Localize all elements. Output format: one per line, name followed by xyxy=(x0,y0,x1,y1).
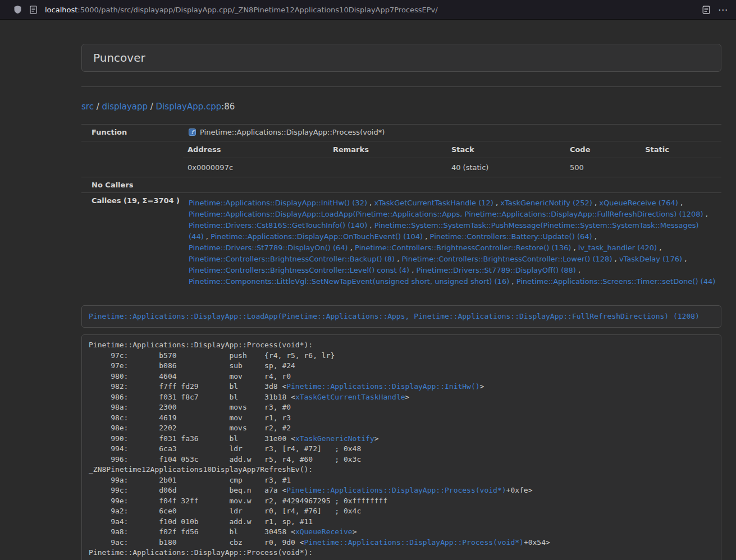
function-table: Function fPinetime::Applications::Displa… xyxy=(81,124,721,294)
stats-table: Address Remarks Stack Code Static 0x0000… xyxy=(183,141,721,177)
text-segment: 99e: f04f 32ff mov.w r2, #4294967295 ; 0… xyxy=(89,497,387,505)
text-segment: , xyxy=(423,232,429,241)
no-callers-row: No Callers xyxy=(81,177,721,193)
callee-link[interactable]: Pinetime::Drivers::St7789::DisplayOff() … xyxy=(417,266,576,274)
static-value xyxy=(641,158,721,177)
function-type-icon: f xyxy=(189,128,196,138)
url-path: :5000/path/src/displayapp/DisplayApp.cpp… xyxy=(77,6,437,14)
callee-link[interactable]: xTaskGenericNotify (252) xyxy=(500,199,592,207)
text-segment: 980: 4604 mov r4, r0 xyxy=(89,372,291,380)
column-header-code: Code xyxy=(565,141,641,158)
disassembly-pre: Pinetime::Applications::DisplayApp::Proc… xyxy=(89,340,714,560)
text-segment: , xyxy=(657,244,661,252)
text-segment: > xyxy=(374,434,379,443)
callee-link[interactable]: vTaskDelay (176) xyxy=(619,255,682,263)
code-symbol-link[interactable]: Pinetime::Applications::DisplayApp::Proc… xyxy=(286,486,506,494)
text-segment: , xyxy=(409,266,416,274)
stats-row-label xyxy=(81,141,183,177)
text-segment: 9a8: f02f fd56 bl 30458 < xyxy=(89,527,295,536)
page-title: Puncover xyxy=(93,51,710,65)
text-segment: , xyxy=(612,255,619,263)
callee-link[interactable]: Pinetime::Applications::Screens::Timer::… xyxy=(516,277,716,286)
tracking-protection-shield-icon[interactable] xyxy=(13,5,22,14)
breadcrumb-link[interactable]: src xyxy=(81,102,94,112)
code-symbol-link[interactable]: xQueueReceive xyxy=(295,527,353,536)
url-host: localhost xyxy=(45,6,77,14)
text-segment: 9ac: b180 cbz r0, 9d0 < xyxy=(89,538,304,547)
text-segment: 98a: 2300 movs r3, #0 xyxy=(89,403,291,411)
column-header-remarks: Remarks xyxy=(328,141,447,158)
text-segment: , xyxy=(703,210,708,218)
text-segment: , xyxy=(348,244,355,252)
text-segment: , xyxy=(576,266,580,274)
text-segment: , xyxy=(367,199,374,207)
text-segment: 996: f104 053c add.w r5, r4, #60 ; 0x3c xyxy=(89,455,361,463)
no-callers-cell xyxy=(183,177,721,193)
text-segment: 99a: 2b01 cmp r3, #1 xyxy=(89,476,291,484)
callee-link[interactable]: Pinetime::Applications::DisplayApp::Init… xyxy=(189,199,367,207)
text-segment: , xyxy=(682,255,687,263)
callee-link[interactable]: Pinetime::Controllers::BrightnessControl… xyxy=(402,255,612,263)
callee-link[interactable]: Pinetime::Drivers::Cst816S::GetTouchInfo… xyxy=(189,221,367,229)
url-bar[interactable]: localhost:5000/path/src/displayapp/Displ… xyxy=(45,6,438,14)
text-segment: 982: f7ff fd29 bl 3d8 < xyxy=(89,382,286,391)
text-segment: :86 xyxy=(221,102,235,112)
callees-row: Callees (19, Σ=3704 ) Pinetime::Applicat… xyxy=(81,193,721,295)
callee-link[interactable]: xQueueReceive (764) xyxy=(599,199,678,207)
text-segment: , xyxy=(592,232,597,241)
code-symbol-link[interactable]: Pinetime::Applications::DisplayApp::Init… xyxy=(286,382,479,391)
text-segment: , xyxy=(204,232,211,241)
callee-link[interactable]: Pinetime::Applications::DisplayApp::Load… xyxy=(189,210,703,218)
callee-link[interactable]: lv_task_handler (420) xyxy=(578,244,657,252)
column-header-static: Static xyxy=(641,141,721,158)
text-segment: Pinetime::Applications::DisplayApp::Proc… xyxy=(89,548,313,557)
text-segment: , xyxy=(678,199,683,207)
function-label: Function xyxy=(81,125,183,141)
code-size-value: 500 xyxy=(565,158,641,177)
text-segment: > xyxy=(480,382,484,391)
code-symbol-link[interactable]: xTaskGenericNotify xyxy=(295,434,374,443)
breadcrumb: src / displayapp / DisplayApp.cpp:86 xyxy=(81,101,721,112)
text-segment: 97c: b570 push {r4, r5, r6, lr} xyxy=(89,351,335,360)
text-segment: 97e: b086 sub sp, #24 xyxy=(89,361,295,370)
text-segment: +0x54> xyxy=(524,538,550,547)
text-segment: 99c: d06d beq.n a7a < xyxy=(89,486,286,494)
callee-link[interactable]: Pinetime::Controllers::BrightnessControl… xyxy=(355,244,571,252)
callee-link[interactable]: Pinetime::Drivers::St7789::DisplayOn() (… xyxy=(189,244,348,252)
stats-row: Address Remarks Stack Code Static 0x0000… xyxy=(81,141,721,177)
divider xyxy=(81,86,721,87)
text-segment: , xyxy=(493,199,500,207)
breadcrumb-link[interactable]: DisplayApp.cpp xyxy=(156,102,222,112)
remarks-value xyxy=(328,158,447,177)
text-segment: , xyxy=(395,255,401,263)
callee-link[interactable]: Pinetime::Controllers::Battery::Update()… xyxy=(430,232,592,241)
no-callers-label: No Callers xyxy=(81,177,183,193)
page-info-icon[interactable] xyxy=(30,6,37,14)
text-segment: / xyxy=(94,102,102,112)
address-value: 0x0000097c xyxy=(183,158,328,177)
code-symbol-link[interactable]: Pinetime::Applications::DisplayApp::Proc… xyxy=(304,538,524,547)
breadcrumb-link[interactable]: displayapp xyxy=(102,102,148,112)
callee-link[interactable]: Pinetime::Components::LittleVgl::SetNewT… xyxy=(189,277,509,286)
text-segment: 994: 6ca3 ldr r3, [r4, #72] ; 0x48 xyxy=(89,444,361,453)
stack-value: 40 (static) xyxy=(447,158,565,177)
stats-header-row: Address Remarks Stack Code Static xyxy=(183,141,721,158)
stats-cell: Address Remarks Stack Code Static 0x0000… xyxy=(183,141,721,177)
callee-link[interactable]: Pinetime::Applications::DisplayApp::OnTo… xyxy=(211,232,423,241)
column-header-address: Address xyxy=(183,141,328,158)
code-symbol-link[interactable]: xTaskGetCurrentTaskHandle xyxy=(295,393,405,401)
loadapp-symbol-link[interactable]: Pinetime::Applications::DisplayApp::Load… xyxy=(89,312,700,320)
reader-mode-icon[interactable] xyxy=(702,6,710,14)
text-segment: 98e: 2202 movs r2, #2 xyxy=(89,424,291,432)
callee-link[interactable]: xTaskGetCurrentTaskHandle (12) xyxy=(374,199,493,207)
overflow-menu-icon[interactable]: ⋯ xyxy=(718,5,728,15)
callee-link[interactable]: Pinetime::Controllers::BrightnessControl… xyxy=(189,266,409,274)
stats-value-row: 0x0000097c 40 (static) 500 xyxy=(183,158,721,177)
text-segment: / xyxy=(148,102,156,112)
text-segment: 986: f031 f8c7 bl 31b18 < xyxy=(89,393,295,401)
function-name: Pinetime::Applications::DisplayApp::Proc… xyxy=(200,128,385,136)
text-segment: 98c: 4619 mov r1, r3 xyxy=(89,414,291,422)
column-header-stack: Stack xyxy=(447,141,565,158)
callee-link[interactable]: Pinetime::Controllers::BrightnessControl… xyxy=(189,255,395,263)
text-segment: > xyxy=(405,393,410,401)
